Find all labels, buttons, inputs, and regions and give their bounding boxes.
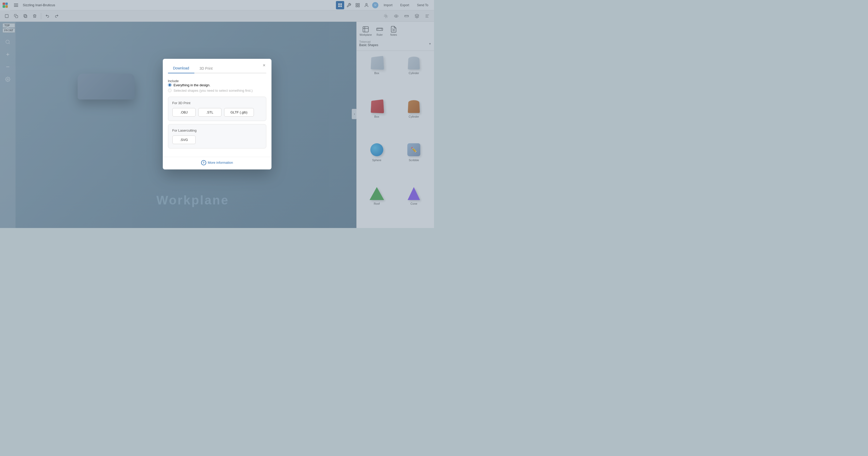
tab-download[interactable]: Download (168, 63, 194, 73)
option-selected[interactable]: Selected shapes (you need to select some… (168, 89, 253, 92)
for-3d-print-label: For 3D Print (173, 101, 262, 105)
modal-overlay[interactable]: Download 3D Print × Include Everything i… (0, 0, 434, 228)
tab-3d-print[interactable]: 3D Print (194, 63, 218, 73)
more-info-icon: ? (201, 160, 206, 165)
modal-body: Include Everything in the design. Select… (163, 73, 272, 157)
modal-footer: ? More information (163, 157, 272, 169)
for-lasercutting-section: For Lasercutting .SVG (168, 124, 266, 148)
for-3d-print-section: For 3D Print .OBJ .STL GLTF (.glb) (168, 97, 266, 121)
radio-all[interactable] (168, 83, 172, 87)
option-all-label: Everything in the design. (174, 83, 210, 87)
for-lasercutting-label: For Lasercutting (173, 129, 262, 133)
include-options: Everything in the design. Selected shape… (168, 83, 253, 92)
download-modal: Download 3D Print × Include Everything i… (163, 59, 272, 169)
modal-tabs: Download 3D Print (168, 63, 266, 73)
include-label: Include (168, 79, 179, 83)
option-selected-label: Selected shapes (you need to select some… (174, 89, 253, 92)
modal-header: Download 3D Print × (163, 59, 272, 73)
option-all[interactable]: Everything in the design. (168, 83, 253, 87)
more-info-label: More information (208, 161, 233, 165)
more-info-link[interactable]: ? More information (201, 160, 233, 165)
btn-obj[interactable]: .OBJ (173, 108, 196, 117)
btn-gltf[interactable]: GLTF (.glb) (224, 108, 254, 117)
3d-print-buttons: .OBJ .STL GLTF (.glb) (173, 108, 262, 117)
lasercutting-buttons: .SVG (173, 136, 262, 144)
btn-svg[interactable]: .SVG (173, 136, 196, 144)
btn-stl[interactable]: .STL (198, 108, 221, 117)
radio-selected[interactable] (168, 89, 172, 92)
modal-close-button[interactable]: × (260, 62, 268, 69)
include-section: Include Everything in the design. Select… (168, 79, 266, 92)
